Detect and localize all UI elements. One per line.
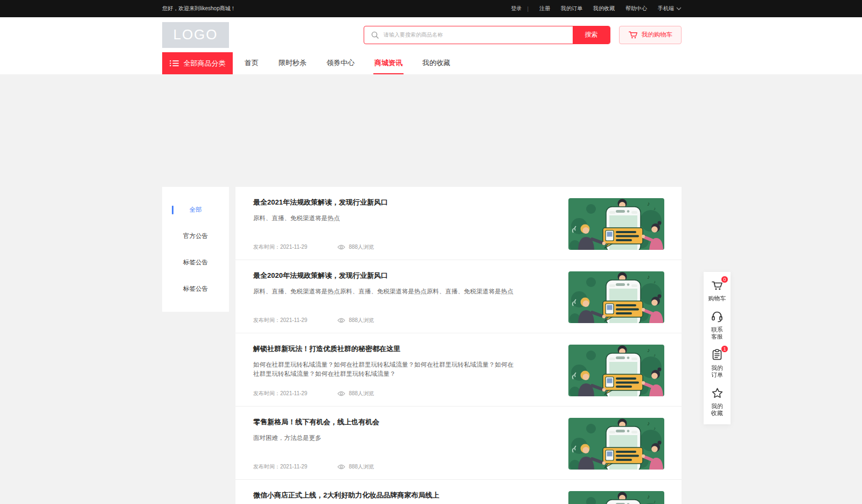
publish-time: 发布时间：2021-11-29 [253,390,307,397]
article-views: 888人浏览 [349,390,374,397]
sidebar-category[interactable]: 官方公告 [162,223,229,249]
search-icon [371,31,379,39]
eye-icon [337,391,345,396]
article-views: 888人浏览 [349,243,374,251]
sidebar-category[interactable]: 标签公告 [162,249,229,276]
publish-time: 发布时间：2021-11-29 [253,243,307,251]
sidebar-category-label: 标签公告 [183,258,208,267]
navbar: 全部商品分类 首页 限时秒杀 领券中心 商城资讯 我的收藏 [0,52,862,74]
float-favorites-label: 我的收藏 [711,403,724,417]
sidebar-category-label: 全部 [190,206,202,214]
float-orders-button[interactable]: 1 我的订单 [710,348,724,379]
article-summary: 原料、直播、免税渠道将是热点 [253,214,518,223]
article-summary: 原料、直播、免税渠道将是热点原料、直播、免税渠道将是热点原料、直播、免税渠道将是… [253,287,518,296]
main-content: 全部 官方公告 标签公告 标签公告 最全2021年法规政策解读，发现行业新风口 … [162,187,682,504]
nav-item[interactable]: 领券中心 [325,52,356,74]
article-thumbnail[interactable]: ♪ ♪ [568,198,664,250]
svg-text:♪: ♪ [647,347,650,353]
search-input[interactable] [384,26,573,44]
logo[interactable]: LOGO [162,22,229,48]
view-count: 888人浏览 [337,317,374,324]
sidebar-category-label: 官方公告 [183,232,208,240]
phone-chat-illustration: ♪ ♪ [568,491,664,504]
article-thumbnail[interactable]: ♪ ♪ [568,418,664,470]
eye-icon [337,318,345,323]
my-cart-button[interactable]: 我的购物车 [619,26,682,44]
svg-text:♪: ♪ [654,353,656,358]
float-cart-label: 购物车 [708,295,726,302]
search-button[interactable]: 搜索 [573,26,610,44]
article-item[interactable]: 解锁社群新玩法！打造优质社群的秘密都在这里 如何在社群里玩转私域流量？如何在社群… [235,333,682,407]
all-categories-button[interactable]: 全部商品分类 [162,52,233,74]
topbar-link[interactable]: 手机端 [658,5,682,12]
topbar-link-label: 帮助中心 [625,5,647,12]
svg-text:♪: ♪ [647,274,650,280]
float-cart-button[interactable]: 0 购物车 [708,279,726,302]
article-item[interactable]: 最全2021年法规政策解读，发现行业新风口 原料、直播、免税渠道将是热点 发布时… [235,187,682,260]
topbar-link-label: 手机端 [658,5,674,12]
my-cart-label: 我的购物车 [642,31,673,39]
topbar-link[interactable]: 注册 [539,5,550,12]
float-service-label: 联系客服 [711,326,724,340]
nav-item[interactable]: 限时秒杀 [277,52,308,74]
category-sidebar: 全部 官方公告 标签公告 标签公告 [162,187,229,312]
nav-item[interactable]: 我的收藏 [421,52,451,74]
publish-time: 发布时间：2021-11-29 [253,463,307,471]
float-orders-label: 我的订单 [711,365,724,379]
publish-time-label: 发布时间： [253,464,280,470]
nav-item[interactable]: 首页 [244,52,260,74]
sidebar-category-label: 标签公告 [183,285,208,293]
article-thumbnail[interactable]: ♪ ♪ [568,345,664,396]
svg-text:♪: ♪ [654,279,656,284]
article-item[interactable]: 零售新格局！线下有机会，线上也有机会 面对困难，方法总是更多 发布时间：2021… [235,407,682,480]
float-favorites-button[interactable]: 我的收藏 [710,387,724,417]
article-thumbnail[interactable]: ♪ ♪ [568,491,664,504]
sidebar-category[interactable]: 标签公告 [162,276,229,302]
headset-icon [711,311,724,323]
article-thumbnail[interactable]: ♪ ♪ [568,271,664,323]
topbar-links: 登录 | 注册 我的订单 我的收藏 [500,5,682,12]
article-summary: 如何在社群里玩转私域流量？如何在社群里玩转私域流量？如何在社群里玩转私域流量？如… [253,360,518,379]
svg-text:♪: ♪ [654,206,656,211]
article-item[interactable]: 微信小商店正式上线，2大利好助力化妆品品牌商家布局线上 ♪ ♪ [235,480,682,504]
topbar-link-label: 我的收藏 [593,5,615,12]
eye-icon [337,244,345,250]
divider: | [527,6,529,12]
topbar-link[interactable]: 我的订单 [561,5,582,12]
nav-menu: 首页 限时秒杀 领券中心 商城资讯 我的收藏 [244,52,451,74]
topbar-link[interactable]: 登录 | [511,5,529,12]
nav-item[interactable]: 商城资讯 [373,52,404,74]
svg-text:♪: ♪ [647,493,650,500]
view-count: 888人浏览 [337,390,374,397]
publish-time-label: 发布时间： [253,244,280,250]
publish-time: 发布时间：2021-11-29 [253,317,307,324]
publish-time-label: 发布时间： [253,390,280,396]
category-list-icon [170,60,179,67]
welcome-text: 您好，欢迎来到likeshop商城！ [162,5,236,12]
cart-badge: 0 [721,276,728,283]
article-summary: 面对困难，方法总是更多 [253,433,518,443]
topbar-link[interactable]: 我的收藏 [593,5,615,12]
all-categories-label: 全部商品分类 [184,59,226,68]
view-count: 888人浏览 [337,243,374,251]
phone-chat-illustration: ♪ ♪ [568,198,664,250]
active-indicator [172,206,173,214]
topbar-link-label: 我的订单 [561,5,582,12]
sidebar-category[interactable]: 全部 [162,197,229,223]
header: LOGO 搜索 我的购物车 [0,17,862,52]
cart-icon [628,30,638,39]
topbar: 您好，欢迎来到likeshop商城！ 登录 | 注册 我的订单 [0,0,862,17]
topbar-link[interactable]: 帮助中心 [625,5,647,12]
topbar-link-label: 注册 [539,5,550,12]
topbar-link-label: 登录 [511,5,522,12]
svg-text:♪: ♪ [647,420,650,426]
svg-text:♪: ♪ [654,499,656,504]
article-views: 888人浏览 [349,463,374,471]
chevron-down-icon [676,7,682,10]
float-service-button[interactable]: 联系客服 [710,310,724,340]
article-item[interactable]: 最全2020年法规政策解读，发现行业新风口 原料、直播、免税渠道将是热点原料、直… [235,260,682,333]
article-date: 2021-11-29 [280,317,307,323]
phone-chat-illustration: ♪ ♪ [568,345,664,396]
article-list: 最全2021年法规政策解读，发现行业新风口 原料、直播、免税渠道将是热点 发布时… [235,187,682,504]
article-date: 2021-11-29 [280,464,307,470]
